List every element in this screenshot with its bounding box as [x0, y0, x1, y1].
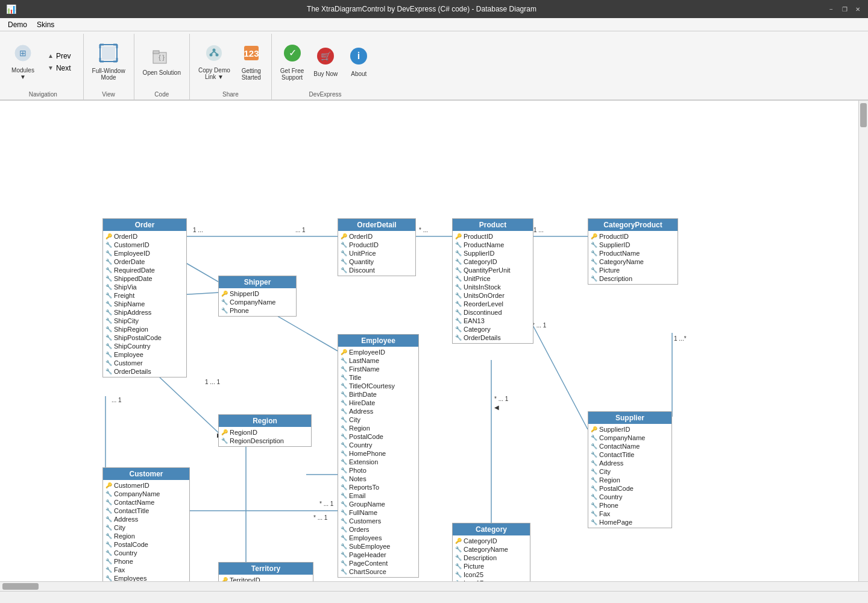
entity-supplier-body: 🔑SupplierID 🔧CompanyName 🔧ContactName 🔧C…	[588, 424, 671, 528]
toolbar-code-items: { } Open Solution	[139, 34, 184, 90]
svg-text:... 1: ... 1	[112, 397, 122, 403]
vertical-scrollbar-thumb[interactable]	[860, 103, 867, 127]
copydemo-label: Copy DemoLink ▼	[198, 67, 230, 80]
entity-supplier-header: Supplier	[588, 412, 671, 424]
field-e-city: 🔧City	[338, 415, 418, 424]
menu-demo[interactable]: Demo	[3, 19, 32, 30]
close-button[interactable]: ✕	[854, 5, 862, 13]
field-s-fax: 🔧Fax	[588, 510, 671, 518]
field-cp-picture: 🔧Picture	[588, 266, 678, 274]
horizontal-scrollbar-thumb[interactable]	[2, 583, 39, 590]
field-e-photo: 🔧Photo	[338, 466, 418, 475]
getfreesupport-button[interactable]: ✓ Get FreeSupport	[277, 41, 307, 83]
field-cu-contactname: 🔧ContactName	[103, 498, 189, 507]
entity-product-body: 🔑ProductID 🔧ProductName 🔧SupplierID 🔧Cat…	[453, 231, 533, 343]
svg-point-15	[206, 45, 222, 61]
menu-skins[interactable]: Skins	[32, 19, 59, 30]
about-button[interactable]: i About	[344, 44, 374, 80]
share-group-label: Share	[195, 90, 266, 99]
svg-text:◀: ◀	[494, 404, 499, 411]
svg-text:{ }: { }	[159, 54, 165, 61]
field-s-city: 🔧City	[588, 467, 671, 476]
field-e-lastname: 🔧LastName	[338, 356, 418, 365]
field-cu-customerid: 🔑CustomerID	[103, 481, 189, 490]
field-p-unitsinstock: 🔧UnitsInStock	[453, 283, 533, 291]
field-cu-fax: 🔧Fax	[103, 566, 189, 574]
field-p-ean13: 🔧EAN13	[453, 317, 533, 325]
entity-shipper: Shipper 🔑ShipperID 🔧CompanyName 🔧Phone	[218, 276, 297, 317]
field-cp-productname: 🔧ProductName	[588, 249, 678, 257]
modules-label: Modules▼	[11, 67, 34, 80]
field-sh-companyname: 🔧CompanyName	[219, 298, 296, 306]
entity-shipper-body: 🔑ShipperID 🔧CompanyName 🔧Phone	[219, 288, 296, 316]
fullwindow-button[interactable]: Full-WindowMode	[89, 41, 129, 83]
field-e-birthdate: 🔧BirthDate	[338, 390, 418, 399]
entity-employee-body: 🔑EmployeeID 🔧LastName 🔧FirstName 🔧Title …	[338, 347, 418, 577]
field-e-hiredate: 🔧HireDate	[338, 399, 418, 407]
field-e-title: 🔧Title	[338, 373, 418, 382]
field-cu-postalcode: 🔧PostalCode	[103, 540, 189, 549]
field-p-discontinued: 🔧Discontinued	[453, 308, 533, 317]
svg-point-18	[213, 48, 216, 51]
copydemo-button[interactable]: Copy DemoLink ▼	[195, 42, 234, 83]
field-cp-categoryname: 🔧CategoryName	[588, 257, 678, 266]
restore-button[interactable]: ❐	[840, 5, 849, 13]
prev-arrow-icon: ▲	[48, 52, 54, 59]
field-e-region: 🔧Region	[338, 424, 418, 432]
nav-group: ▲ Prev ▼ Next	[40, 46, 78, 78]
field-s-contactname: 🔧ContactName	[588, 442, 671, 450]
toolbar-group-navigation: ⊞ Modules▼ ▲ Prev ▼ Next Navigatio	[3, 34, 84, 99]
horizontal-scrollbar[interactable]	[0, 581, 868, 591]
svg-text:* ... 1: * ... 1	[532, 322, 547, 329]
titlebar: 📊 The XtraDiagramControl by DevExpress (…	[0, 0, 868, 18]
entity-order-body: 🔑OrderID 🔧CustomerID 🔧EmployeeID 🔧OrderD…	[103, 231, 186, 377]
field-p-unitprice: 🔧UnitPrice	[453, 274, 533, 283]
gettingstarted-label: GettingStarted	[242, 68, 261, 81]
field-s-region: 🔧Region	[588, 476, 671, 484]
buynow-icon: 🛒	[316, 46, 335, 69]
entity-order: Order 🔑OrderID 🔧CustomerID 🔧EmployeeID 🔧…	[102, 218, 187, 377]
field-employee: 🔧Employee	[103, 350, 186, 359]
prev-label: Prev	[56, 52, 71, 60]
entity-orderdetail: OrderDetail 🔑OrderID 🔧ProductID 🔧UnitPri…	[338, 218, 416, 276]
titlebar-title: The XtraDiagramControl by DevExpress (C#…	[307, 5, 536, 13]
entity-supplier: Supplier 🔑SupplierID 🔧CompanyName 🔧Conta…	[588, 411, 672, 528]
field-s-homepage: 🔧HomePage	[588, 518, 671, 526]
field-shipregion: 🔧ShipRegion	[103, 325, 186, 333]
minimize-button[interactable]: −	[827, 5, 835, 13]
diagram-canvas[interactable]: 1 ... ... 1 * ... 1 ... ... 1 ▶ ... 1 1 …	[0, 101, 858, 581]
svg-rect-13	[153, 51, 159, 54]
modules-button[interactable]: ⊞ Modules▼	[8, 42, 38, 83]
entity-product: Product 🔑ProductID 🔧ProductName 🔧Supplie…	[452, 218, 533, 344]
field-p-quantityperunit: 🔧QuantityPerUnit	[453, 266, 533, 274]
field-od-discount: 🔧Discount	[338, 266, 415, 274]
field-e-notes: 🔧Notes	[338, 475, 418, 483]
field-e-chartsource: 🔧ChartSource	[338, 567, 418, 576]
gettingstarted-button[interactable]: 123 GettingStarted	[236, 41, 266, 83]
entity-territory-body: 🔑TerritoryID 🔧TerritoryDescriptio 🔧Regio…	[219, 575, 313, 581]
field-e-titleofcourtesy: 🔧TitleOfCourtesy	[338, 382, 418, 390]
next-button[interactable]: ▼ Next	[44, 63, 75, 74]
svg-point-17	[216, 53, 219, 56]
vertical-scrollbar[interactable]	[858, 101, 868, 591]
field-s-address: 🔧Address	[588, 459, 671, 467]
field-e-employees: 🔧Employees	[338, 534, 418, 542]
entity-territory-header: Territory	[219, 563, 313, 575]
field-e-fullname: 🔧FullName	[338, 508, 418, 517]
svg-text:⊞: ⊞	[19, 48, 27, 58]
field-e-email: 🔧Email	[338, 491, 418, 500]
entity-category: Category 🔑CategoryID 🔧CategoryName 🔧Desc…	[452, 523, 530, 581]
code-group-label: Code	[139, 90, 184, 99]
field-orderdetails: 🔧OrderDetails	[103, 367, 186, 376]
prev-button[interactable]: ▲ Prev	[44, 51, 75, 62]
buynow-button[interactable]: 🛒 Buy Now	[310, 44, 341, 80]
entity-region-header: Region	[219, 415, 311, 427]
svg-text:* ...: * ...	[419, 227, 428, 233]
field-cp-supplierid: 🔧SupplierID	[588, 241, 678, 249]
field-shipcountry: 🔧ShipCountry	[103, 342, 186, 350]
field-cat-categoryname: 🔧CategoryName	[453, 545, 530, 554]
entity-employee: Employee 🔑EmployeeID 🔧LastName 🔧FirstNam…	[338, 334, 419, 578]
opensolution-button[interactable]: { } Open Solution	[139, 45, 184, 78]
field-e-employeeid: 🔑EmployeeID	[338, 348, 418, 356]
field-cat-picture: 🔧Picture	[453, 562, 530, 570]
